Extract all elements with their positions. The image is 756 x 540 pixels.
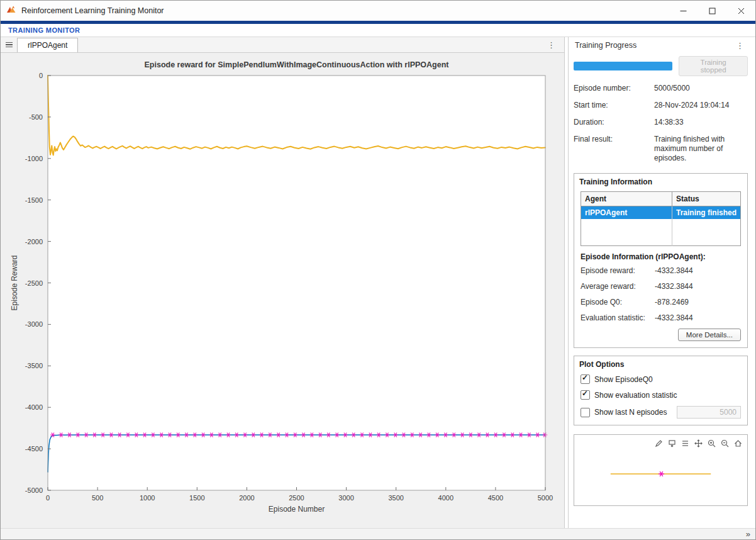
pan-icon[interactable] [692,437,704,449]
svg-text:0: 0 [39,72,43,79]
field-value: -4332.3844 [655,266,741,275]
training-information-title: Training Information [574,174,747,189]
svg-text:4000: 4000 [438,494,453,502]
tab-rlppoagent[interactable]: rlPPOAgent [17,38,78,52]
status-cell[interactable]: Training finished [672,206,741,220]
svg-text:-4000: -4000 [25,403,43,411]
svg-text:3500: 3500 [388,494,403,502]
field-value: -4332.3844 [655,282,741,291]
svg-text:-3000: -3000 [25,320,43,328]
svg-text:4500: 4500 [488,494,503,502]
svg-text:3000: 3000 [338,494,353,502]
zoom-in-icon[interactable] [706,437,717,449]
expand-panel-icon[interactable]: » [745,530,752,538]
zoom-out-icon[interactable] [719,437,730,449]
svg-text:-3500: -3500 [25,362,43,369]
svg-text:500: 500 [92,494,103,502]
show-evaluation-statistic-checkbox[interactable] [581,390,590,400]
svg-text:2500: 2500 [289,494,304,502]
field-label: Episode Q0: [581,298,655,307]
checkbox-label[interactable]: Show EpisodeQ0 [594,375,653,384]
training-stopped-button[interactable]: Training stopped [679,56,748,76]
bottom-strip: » [1,528,755,539]
document-menu-icon[interactable]: ⋮ [545,37,558,53]
column-header-status[interactable]: Status [672,192,741,206]
field-label: Episode number: [574,84,654,93]
more-details-button[interactable]: More Details... [678,329,741,341]
field-label: Start time: [574,101,654,110]
training-progress-title: Training Progress [575,41,636,50]
training-progress-pane: Training Progress ⋮ Training stopped Epi… [568,37,753,528]
svg-text:1500: 1500 [189,494,204,502]
field-label: Final result: [574,135,654,163]
field-label: Duration: [574,118,654,127]
svg-text:5000: 5000 [538,494,553,502]
plot-options-panel: Plot Options Show EpisodeQ0 Show evaluat… [574,356,748,425]
svg-text:-1000: -1000 [25,155,43,162]
show-episodeq0-checkbox[interactable] [581,374,590,384]
matlab-logo-icon [6,4,16,17]
document-pane: rlPPOAgent ⋮ 050010001500200025003000350… [1,37,565,528]
svg-text:Episode reward for SimplePendl: Episode reward for SimplePendlumWithImag… [145,60,450,69]
mini-plot-panel [574,434,748,506]
field-value: -878.2469 [655,298,741,307]
training-progress-bar [574,62,672,70]
field-value: 28-Nov-2024 19:04:14 [654,101,748,110]
svg-text:Episode Number: Episode Number [269,505,325,514]
titlebar: Reinforcement Learning Training Monitor [1,1,755,21]
agent-cell[interactable]: rlPPOAgent [581,206,672,220]
panel-menu-icon[interactable]: ⋮ [733,41,747,50]
tab-training-monitor[interactable]: TRAINING MONITOR [1,26,87,34]
field-value: Training finished with maximum number of… [654,135,748,163]
window-title: Reinforcement Learning Training Monitor [21,6,164,15]
table-empty-row [581,219,741,246]
plot-options-title: Plot Options [574,356,747,371]
table-row[interactable]: rlPPOAgent Training finished [581,206,741,220]
show-last-n-episodes-checkbox[interactable] [581,408,590,417]
figure-area: 0500100015002000250030003500400045005000… [1,53,564,528]
main-area: rlPPOAgent ⋮ 050010001500200025003000350… [1,37,755,528]
checkbox-label[interactable]: Show evaluation statistic [594,391,677,400]
export-icon[interactable] [679,437,691,449]
episode-reward-chart[interactable]: 0500100015002000250030003500400045005000… [1,53,565,528]
last-n-episodes-input[interactable] [677,406,741,419]
column-header-agent[interactable]: Agent [581,192,672,206]
axes-toolbar [653,437,743,449]
maximize-button[interactable] [698,1,726,21]
field-value: 5000/5000 [654,84,748,93]
field-label: Evaluation statistic: [581,313,655,322]
episode-information-fields: Episode reward: -4332.3844 Average rewar… [574,262,747,326]
svg-text:-5000: -5000 [25,487,43,494]
close-button[interactable] [726,1,755,21]
document-tabbar: rlPPOAgent ⋮ [1,37,564,53]
brush-icon[interactable] [653,437,664,449]
svg-text:2000: 2000 [239,494,254,502]
tab-list-icon[interactable] [1,37,17,52]
field-value: -4332.3844 [655,313,741,322]
episode-information-title: Episode Information (rlPPOAgent): [574,246,747,262]
field-label: Average reward: [581,282,655,291]
svg-text:-2500: -2500 [25,279,43,287]
datatip-icon[interactable] [666,437,677,449]
svg-text:Episode Reward: Episode Reward [10,255,19,310]
field-value: 14:38:33 [654,118,748,127]
app-window: Reinforcement Learning Training Monitor … [0,0,756,540]
svg-text:-4500: -4500 [25,445,43,453]
toolstrip: TRAINING MONITOR [1,21,755,37]
progress-fields: Episode number: 5000/5000 Start time: 28… [569,81,753,169]
restore-view-icon[interactable] [732,437,743,449]
field-label: Episode reward: [581,266,655,275]
svg-text:0: 0 [46,494,50,502]
training-information-panel: Training Information Agent Status rlPPOA… [574,173,748,348]
svg-text:-1500: -1500 [25,196,43,204]
svg-text:1000: 1000 [140,494,155,502]
svg-text:-500: -500 [29,113,43,121]
agent-status-table[interactable]: Agent Status rlPPOAgent Training finishe… [581,191,741,246]
minimize-button[interactable] [669,1,698,21]
checkbox-label[interactable]: Show last N episodes [594,408,667,417]
progress-fill [574,62,672,70]
svg-text:-2000: -2000 [25,238,43,245]
